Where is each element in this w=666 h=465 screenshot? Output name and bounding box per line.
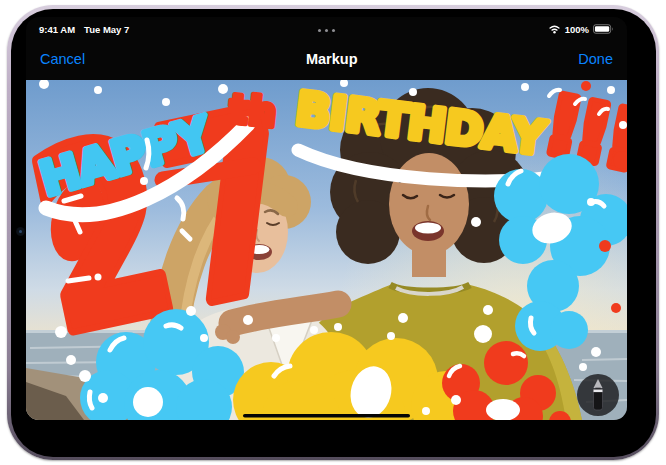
multitasking-dots[interactable] (26, 29, 627, 32)
annotation-ordinal: th (227, 85, 279, 136)
cancel-button[interactable]: Cancel (40, 51, 85, 67)
photo-canvas[interactable]: 27 HAPPY th BIRTHDAY (26, 80, 627, 420)
ipad-screen: 9:41 AM Tue May 7 100% (26, 17, 627, 420)
home-indicator[interactable] (243, 414, 410, 418)
front-camera (16, 227, 25, 236)
page-title: Markup (306, 51, 358, 67)
markup-toolbar: Cancel Markup Done (26, 44, 627, 74)
top-bar: 9:41 AM Tue May 7 100% (26, 17, 627, 80)
done-button[interactable]: Done (578, 51, 613, 67)
screenshot: 9:41 AM Tue May 7 100% (0, 0, 666, 465)
pen-tool-button[interactable] (577, 374, 619, 416)
